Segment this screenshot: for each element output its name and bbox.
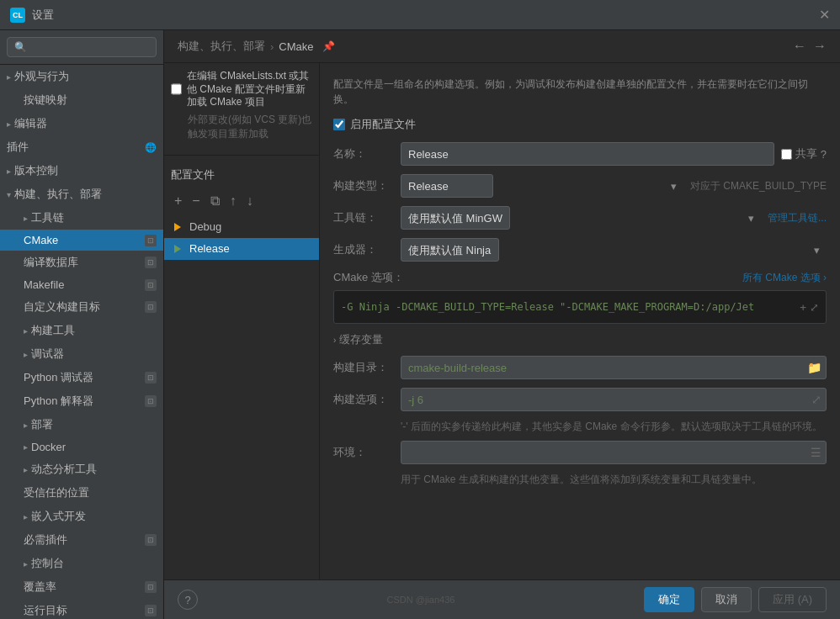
sidebar-item-docker[interactable]: ▸ Docker <box>0 436 163 458</box>
enable-config-checkbox[interactable] <box>333 119 345 130</box>
config-item-release[interactable]: Release <box>164 238 319 260</box>
generator-row: 生成器： 使用默认值 Ninja <box>333 238 827 262</box>
add-config-button[interactable]: + <box>171 193 185 209</box>
build-opts-hint: '-' 后面的实参传递给此构建，其他实参是 CMake 命令行形参。默认选项取决… <box>401 420 827 434</box>
sidebar-label: 编译数据库 <box>24 255 145 270</box>
build-type-select[interactable]: Release Debug RelWithDebInfo MinSizeRel <box>401 174 493 198</box>
toolchain-row: 工具链： 使用默认值 MinGW 管理工具链... <box>333 206 827 230</box>
generator-select[interactable]: 使用默认值 Ninja <box>401 238 499 262</box>
reload-checkbox[interactable] <box>171 83 182 95</box>
app-logo: CL <box>10 8 25 23</box>
env-row: 环境： ☰ <box>333 441 827 464</box>
build-opts-input[interactable] <box>401 388 827 411</box>
close-button[interactable]: ✕ <box>819 7 830 23</box>
expand-build-opts-icon[interactable]: ⤢ <box>811 393 821 406</box>
right-panel: 构建、执行、部署 › CMake 📌 ← → 在编辑 CMakeLists.tx… <box>164 30 840 619</box>
share-help-icon[interactable]: ? <box>821 148 827 161</box>
copy-config-button[interactable]: ⧉ <box>207 193 223 209</box>
breadcrumb-part2: CMake <box>279 40 313 53</box>
env-input[interactable] <box>401 441 827 464</box>
sidebar-item-embedded[interactable]: ▸ 嵌入式开发 <box>0 505 163 528</box>
name-input[interactable] <box>401 142 774 166</box>
configs-panel: 在编辑 CMakeLists.txt 或其他 CMake 配置文件时重新加载 C… <box>164 63 320 579</box>
build-dir-input[interactable] <box>401 356 827 379</box>
cmake-options-icons: + ⤢ <box>800 301 819 314</box>
sidebar-item-build[interactable]: ▾ 构建、执行、部署 <box>0 183 163 206</box>
remove-config-button[interactable]: − <box>189 193 203 209</box>
breadcrumb-back-button[interactable]: ← <box>793 40 806 53</box>
cmake-options-label: CMake 选项： <box>333 270 404 285</box>
browse-dir-icon[interactable]: 📁 <box>807 361 821 374</box>
reload-section: 在编辑 CMakeLists.txt 或其他 CMake 配置文件时重新加载 C… <box>164 70 319 148</box>
build-type-select-wrapper: Release Debug RelWithDebInfo MinSizeRel <box>401 174 683 198</box>
build-type-label: 构建类型： <box>333 178 401 193</box>
sidebar-item-dynamictools[interactable]: ▸ 动态分析工具 <box>0 458 163 481</box>
sidebar-item-appearance[interactable]: ▸ 外观与行为 <box>0 65 163 88</box>
sidebar-item-coverage[interactable]: 覆盖率 ⊡ <box>0 575 163 599</box>
add-cmake-option-button[interactable]: + <box>800 301 806 314</box>
sidebar-label: 覆盖率 <box>24 579 145 595</box>
breadcrumb-nav: ← → <box>793 40 827 53</box>
apply-button[interactable]: 应用 (A) <box>758 587 827 612</box>
cmake-options-box[interactable]: -G Ninja -DCMAKE_BUILD_TYPE=Release "-DC… <box>333 290 827 324</box>
arrow-icon: ▸ <box>7 167 11 176</box>
sidebar-item-plugins[interactable]: 插件 🌐 <box>0 135 163 159</box>
sidebar-item-reqplugins[interactable]: 必需插件 ⊡ <box>0 528 163 552</box>
cancel-button[interactable]: 取消 <box>701 587 752 612</box>
cache-vars-header[interactable]: › 缓存变量 <box>333 332 827 347</box>
expand-cmake-options-button[interactable]: ⤢ <box>810 301 819 314</box>
help-button[interactable]: ? <box>178 590 198 610</box>
footer: ? CSDN @jian436 确定 取消 应用 (A) <box>164 579 840 619</box>
breadcrumb-pin-icon[interactable]: 📌 <box>322 40 335 52</box>
breadcrumb-forward-button[interactable]: → <box>813 40 827 53</box>
env-edit-icon[interactable]: ☰ <box>811 446 821 459</box>
sidebar-item-vcs[interactable]: ▸ 版本控制 <box>0 159 163 183</box>
sidebar-label: 控制台 <box>31 556 64 571</box>
sidebar-item-toolchains[interactable]: ▸ 工具链 <box>0 206 163 230</box>
debug-triangle-icon <box>174 223 181 231</box>
sidebar-item-pythoninterp[interactable]: Python 解释器 ⊡ <box>0 389 163 413</box>
cmake-badge: ⊡ <box>145 235 157 246</box>
build-dir-label: 构建目录： <box>333 360 401 375</box>
sidebar-item-custombuild[interactable]: 自定义构建目标 ⊡ <box>0 295 163 319</box>
sidebar-item-makefile[interactable]: Makefile ⊡ <box>0 274 163 295</box>
build-opts-label: 构建选项： <box>333 392 401 407</box>
sidebar-label: 动态分析工具 <box>31 462 97 477</box>
sidebar-item-console[interactable]: ▸ 控制台 <box>0 552 163 575</box>
sidebar-label: 部署 <box>31 417 53 432</box>
all-cmake-options-link[interactable]: 所有 CMake 选项 › <box>742 271 827 285</box>
sidebar-item-buildtools[interactable]: ▸ 构建工具 <box>0 319 163 342</box>
reqplugins-badge: ⊡ <box>145 534 157 546</box>
content-area: 在编辑 CMakeLists.txt 或其他 CMake 配置文件时重新加载 C… <box>164 63 840 579</box>
share-checkbox[interactable] <box>781 149 792 160</box>
makefile-badge: ⊡ <box>145 279 157 291</box>
sidebar-item-keymap[interactable]: 按键映射 <box>0 88 163 112</box>
arrow-icon: ▾ <box>7 190 11 199</box>
sidebar-label: 构建工具 <box>31 323 75 338</box>
sidebar-item-deploy[interactable]: ▸ 部署 <box>0 413 163 436</box>
sidebar-item-compiledb[interactable]: 编译数据库 ⊡ <box>0 251 163 274</box>
toolchain-select[interactable]: 使用默认值 MinGW <box>401 206 510 230</box>
sidebar-item-editor[interactable]: ▸ 编辑器 <box>0 112 163 135</box>
arrow-icon: ▸ <box>7 72 11 82</box>
divider1 <box>164 155 319 156</box>
move-up-button[interactable]: ↑ <box>226 193 240 209</box>
sidebar-item-cmake[interactable]: CMake ⊡ <box>0 230 163 251</box>
sidebar: ▸ 外观与行为 按键映射 ▸ 编辑器 插件 🌐 ▸ 版本控制 ▾ 构建、执行、部… <box>0 30 164 619</box>
share-checkbox-wrapper: 共享 ? <box>781 146 827 161</box>
env-input-wrapper: ☰ <box>401 441 827 464</box>
search-input[interactable] <box>7 37 157 57</box>
manage-toolchains-link[interactable]: 管理工具链... <box>768 211 827 225</box>
sidebar-item-pythondebug[interactable]: Python 调试器 ⊡ <box>0 366 163 389</box>
sidebar-item-runtarget[interactable]: 运行目标 ⊡ <box>0 599 163 619</box>
sidebar-label: 编辑器 <box>14 116 47 131</box>
breadcrumb-part1: 构建、执行、部署 <box>178 39 265 54</box>
name-row: 名称： 共享 ? <box>333 142 827 166</box>
config-item-debug[interactable]: Debug <box>164 216 319 238</box>
sidebar-item-trustedloc[interactable]: 受信任的位置 <box>0 481 163 505</box>
sidebar-item-debugger[interactable]: ▸ 调试器 <box>0 342 163 366</box>
move-down-button[interactable]: ↓ <box>243 193 257 209</box>
cache-vars-arrow-icon: › <box>333 336 336 345</box>
ok-button[interactable]: 确定 <box>644 587 694 612</box>
build-dir-row: 构建目录： 📁 <box>333 356 827 379</box>
